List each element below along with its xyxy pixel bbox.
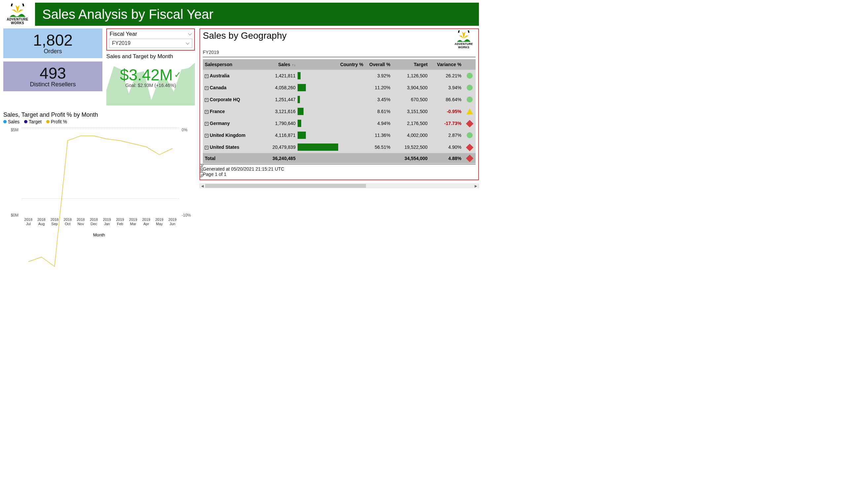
table-row[interactable]: +Australia1,421,8113.92%1,126,50026.21%	[203, 70, 476, 82]
adventure-works-icon	[456, 30, 472, 43]
col-salesperson[interactable]: Salesperson	[203, 59, 260, 70]
col-variance[interactable]: Variance %	[430, 59, 463, 70]
data-bar	[298, 72, 301, 79]
kpi-sales-target[interactable]: Sales and Target by Month $3.42M✓ Goal: …	[106, 53, 195, 106]
chart-title: Sales, Target and Profit % by Month	[3, 111, 195, 118]
scroll-track[interactable]	[205, 184, 473, 188]
svg-marker-6	[464, 36, 469, 39]
plot-area	[22, 127, 179, 198]
resellers-value: 493	[3, 64, 102, 82]
horizontal-scrollbar[interactable]: ◀ ▶	[199, 183, 479, 188]
table-header-row[interactable]: Salesperson Sales ↑↓ Country % Overall %…	[203, 59, 476, 70]
expand-icon[interactable]: +	[205, 75, 209, 78]
chart-legend[interactable]: Sales Target Profit %	[3, 119, 195, 124]
geo-footer: Generated at 05/20/2021 21:15:21 UTC Pag…	[203, 164, 476, 177]
slicer-label: Fiscal Year	[110, 31, 137, 37]
table-total-row: Total36,240,48534,554,0004.88%	[203, 153, 476, 163]
table-row[interactable]: +Corporate HQ1,251,4473.45%670,50086.64%	[203, 93, 476, 106]
fiscal-year-slicer[interactable]: Fiscal Year FY2019	[106, 28, 195, 51]
col-sales-bar	[298, 59, 338, 70]
col-overall-pct[interactable]: Overall %	[365, 59, 392, 70]
table-row[interactable]: +United Kingdom4,116,87111.36%4,002,0002…	[203, 129, 476, 141]
geo-title: Sales by Geography	[203, 30, 287, 41]
svg-marker-2	[18, 9, 24, 13]
orders-value: 1,802	[3, 31, 102, 49]
expand-icon[interactable]: +	[205, 122, 209, 126]
expand-icon[interactable]: +	[205, 110, 209, 114]
slicer-dropdown[interactable]: FY2019	[109, 39, 192, 48]
data-bar	[298, 132, 306, 139]
col-country-pct[interactable]: Country %	[338, 59, 365, 70]
report-header: ADVENTUREWORKS Sales Analysis by Fiscal …	[3, 3, 479, 26]
expand-icon[interactable]: +	[205, 98, 209, 102]
data-bar	[298, 143, 338, 151]
y-axis-left: $5M $0M	[3, 127, 20, 218]
col-sales[interactable]: Sales ↑↓	[260, 59, 298, 70]
sales-by-geography-visual[interactable]: Sales by Geography ADVENTUREWORKS FY2	[199, 28, 479, 180]
page-title: Sales Analysis by Fiscal Year	[35, 3, 479, 26]
status-diamond-icon	[466, 120, 473, 127]
scroll-thumb[interactable]	[205, 184, 366, 188]
expand-icon[interactable]: +	[205, 146, 209, 149]
status-diamond-icon	[466, 143, 473, 151]
table-row[interactable]: +Germany1,790,6404.94%2,176,500-17.73%	[203, 117, 476, 129]
data-bar	[298, 108, 304, 115]
check-icon: ✓	[174, 70, 181, 80]
expand-icon[interactable]: +	[205, 134, 209, 138]
table-row[interactable]: +France3,121,6168.61%3,151,500-0.95%	[203, 106, 476, 117]
generated-timestamp: Generated at 05/20/2021 21:15:21 UTC	[203, 166, 476, 172]
svg-marker-5	[459, 36, 464, 39]
kpi-value: $3.42M✓	[120, 66, 181, 84]
y-axis-right: 0% -10%	[180, 127, 195, 218]
status-circle-icon	[467, 96, 473, 103]
scroll-right-icon[interactable]: ▶	[473, 184, 478, 188]
card-orders[interactable]: 1,802 Orders	[3, 28, 102, 58]
x-axis-label: Month	[3, 232, 195, 237]
status-circle-icon	[467, 85, 473, 91]
resellers-label: Distinct Resellers	[3, 81, 102, 88]
card-distinct-resellers[interactable]: 493 Distinct Resellers	[3, 61, 102, 91]
data-bar	[298, 96, 300, 103]
adventure-works-icon	[8, 4, 27, 18]
data-bar	[298, 84, 306, 91]
legend-target[interactable]: Target	[24, 119, 42, 124]
expand-icon[interactable]: +	[205, 86, 209, 90]
orders-label: Orders	[3, 48, 102, 55]
legend-profit[interactable]: Profit %	[46, 119, 67, 124]
status-circle-icon	[467, 132, 473, 138]
table-row[interactable]: +Canada4,058,26011.20%3,904,5003.94%	[203, 82, 476, 93]
chevron-down-icon[interactable]	[188, 31, 192, 35]
status-diamond-icon	[466, 155, 473, 162]
svg-marker-1	[11, 9, 18, 13]
table-row[interactable]: +United States20,479,83956.51%19,522,500…	[203, 141, 476, 153]
status-circle-icon	[467, 73, 473, 79]
combo-chart-visual[interactable]: Sales, Target and Profit % by Month Sale…	[3, 111, 195, 237]
scroll-left-icon[interactable]: ◀	[200, 184, 205, 188]
geo-matrix[interactable]: Salesperson Sales ↑↓ Country % Overall %…	[203, 59, 476, 163]
chevron-down-icon[interactable]	[186, 41, 189, 44]
brand-logo: ADVENTUREWORKS	[3, 4, 32, 25]
col-target[interactable]: Target	[392, 59, 430, 70]
legend-sales[interactable]: Sales	[3, 119, 20, 124]
page-number: Page 1 of 1	[203, 172, 476, 177]
status-triangle-icon	[466, 109, 473, 114]
brand-logo-small: ADVENTUREWORKS	[452, 30, 476, 49]
sort-icon: ↑↓	[291, 63, 296, 67]
y-axis-right-label: Profit %	[199, 164, 204, 177]
geo-fy-subtitle: FY2019	[203, 48, 476, 57]
col-status	[463, 59, 476, 70]
data-bar	[298, 120, 301, 127]
slicer-selected: FY2019	[112, 40, 130, 46]
